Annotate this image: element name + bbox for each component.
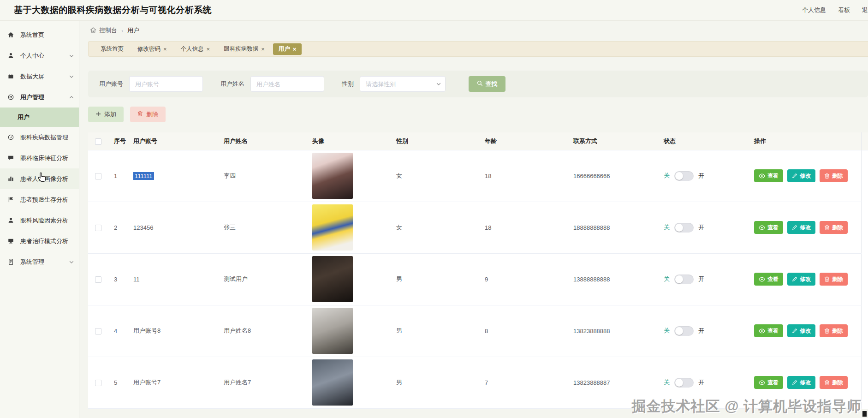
row-checkbox[interactable] — [95, 380, 101, 386]
account-cell: 11 — [129, 253, 219, 305]
row-checkbox[interactable] — [95, 276, 101, 283]
tab[interactable]: 系统首页 — [95, 42, 129, 56]
sidebar-item[interactable]: 个人中心 — [0, 45, 79, 66]
edit-button-label: 修改 — [800, 224, 811, 232]
select-all-checkbox[interactable] — [95, 138, 101, 145]
name-input[interactable] — [250, 76, 324, 92]
status-on-label: 开 — [698, 223, 704, 232]
view-button[interactable]: 查看 — [754, 221, 783, 234]
topbar-nav-item[interactable]: 退 — [862, 6, 868, 14]
table-toolbar: 添加 删除 — [88, 107, 868, 122]
edit-button[interactable]: 修改 — [787, 221, 815, 234]
status-cell-td: 关开 — [659, 202, 749, 253]
topbar-nav-item[interactable]: 看板 — [838, 6, 850, 14]
tab-label: 个人信息 — [181, 45, 204, 53]
chevron-down-icon — [69, 53, 74, 59]
toggle-knob — [675, 275, 683, 283]
sidebar-item-label: 患者预后生存分析 — [20, 196, 68, 204]
eye-icon — [759, 328, 765, 334]
status-toggle[interactable] — [674, 171, 694, 181]
index-cell: 1 — [108, 150, 129, 202]
scrollbar-gutter — [861, 305, 868, 357]
avatar[interactable] — [312, 359, 353, 406]
topbar-nav-item[interactable]: 个人信息 — [802, 6, 826, 14]
batch-delete-button[interactable]: 删除 — [130, 107, 166, 122]
status-off-label: 关 — [664, 275, 670, 283]
trash-icon — [824, 173, 830, 179]
app-title: 基于大数据的眼科疾病数据分析与可视化分析系统 — [14, 4, 212, 16]
avatar[interactable] — [312, 153, 353, 199]
breadcrumb-current: 用户 — [127, 26, 139, 35]
add-button[interactable]: 添加 — [88, 107, 124, 122]
avatar[interactable] — [312, 308, 353, 354]
users-table: 序号用户账号用户姓名头像性别年龄联系方式状态操作 1111111李四女18166… — [88, 132, 868, 409]
pencil-icon — [792, 380, 797, 385]
gender-select-input[interactable] — [360, 76, 446, 92]
avatar[interactable] — [312, 204, 353, 251]
sidebar-item[interactable]: 系统管理 — [0, 251, 79, 272]
search-button[interactable]: 查找 — [469, 76, 505, 92]
sidebar-item[interactable]: 患者人口画像分析 — [0, 168, 79, 189]
tab[interactable]: 眼科疾病数据× — [218, 42, 270, 56]
close-icon[interactable]: × — [207, 46, 210, 52]
sidebar-item[interactable]: 数据大屏 — [0, 66, 79, 87]
sidebar-item[interactable]: 眼科疾病数据管理 — [0, 127, 79, 148]
sidebar-item[interactable]: 用户管理 — [0, 87, 79, 107]
sidebar-item[interactable]: 系统首页 — [0, 24, 79, 45]
view-button[interactable]: 查看 — [754, 324, 783, 337]
row-actions: 查看修改删除 — [754, 169, 861, 182]
edit-button[interactable]: 修改 — [787, 376, 815, 389]
sidebar-item-label: 个人中心 — [20, 52, 44, 60]
avatar-cell — [308, 357, 392, 408]
row-delete-button[interactable]: 删除 — [820, 376, 848, 389]
sidebar-item[interactable]: 患者预后生存分析 — [0, 189, 79, 210]
batch-delete-label: 删除 — [146, 110, 158, 119]
close-icon[interactable]: × — [293, 46, 297, 52]
close-icon[interactable]: × — [261, 46, 265, 52]
tab[interactable]: 个人信息× — [175, 42, 216, 56]
actions-cell: 查看修改删除 — [749, 253, 861, 305]
edit-button-label: 修改 — [800, 172, 811, 180]
row-actions: 查看修改删除 — [754, 273, 861, 286]
row-checkbox[interactable] — [95, 173, 101, 179]
gender-select[interactable] — [360, 76, 446, 92]
status-toggle[interactable] — [674, 378, 694, 388]
contact-cell: 18888888888 — [569, 202, 659, 253]
edit-button[interactable]: 修改 — [787, 273, 815, 286]
row-checkbox[interactable] — [95, 328, 101, 334]
sidebar-item[interactable]: 眼科临床特征分析 — [0, 148, 79, 168]
view-button[interactable]: 查看 — [754, 376, 783, 389]
status-control: 关开 — [664, 326, 749, 336]
view-button[interactable]: 查看 — [754, 273, 783, 286]
edit-button[interactable]: 修改 — [787, 169, 815, 182]
sidebar-subitem[interactable]: 用户 — [0, 107, 79, 127]
target-icon — [7, 94, 15, 101]
tab[interactable]: 修改密码× — [132, 42, 172, 56]
status-toggle[interactable] — [674, 223, 694, 233]
breadcrumb-console-link[interactable]: 控制台 — [90, 26, 117, 35]
tabs-bar: 系统首页修改密码×个人信息×眼科疾病数据×用户× — [88, 41, 868, 57]
person-icon — [7, 217, 15, 224]
row-checkbox[interactable] — [95, 225, 101, 231]
sidebar-item[interactable]: 患者治疗模式分析 — [0, 231, 79, 251]
close-icon[interactable]: × — [163, 46, 167, 52]
gender-cell: 男 — [392, 253, 480, 305]
sidebar-item[interactable]: 眼科风险因素分析 — [0, 210, 79, 231]
account-input[interactable] — [129, 76, 203, 92]
status-on-label: 开 — [698, 378, 704, 387]
row-delete-button[interactable]: 删除 — [820, 324, 848, 337]
row-delete-button[interactable]: 删除 — [820, 221, 848, 234]
trash-icon — [824, 225, 830, 231]
avatar[interactable] — [312, 256, 353, 302]
row-delete-button[interactable]: 删除 — [820, 169, 848, 182]
edit-button[interactable]: 修改 — [787, 324, 815, 337]
index-cell: 5 — [108, 357, 129, 408]
row-delete-button[interactable]: 删除 — [820, 273, 848, 286]
contact-cell: 16666666666 — [569, 150, 659, 202]
account-value: 123456 — [133, 224, 153, 231]
chat-icon — [7, 155, 15, 162]
status-toggle[interactable] — [674, 275, 694, 284]
tab[interactable]: 用户× — [273, 43, 302, 55]
view-button[interactable]: 查看 — [754, 169, 783, 182]
status-toggle[interactable] — [674, 326, 694, 336]
